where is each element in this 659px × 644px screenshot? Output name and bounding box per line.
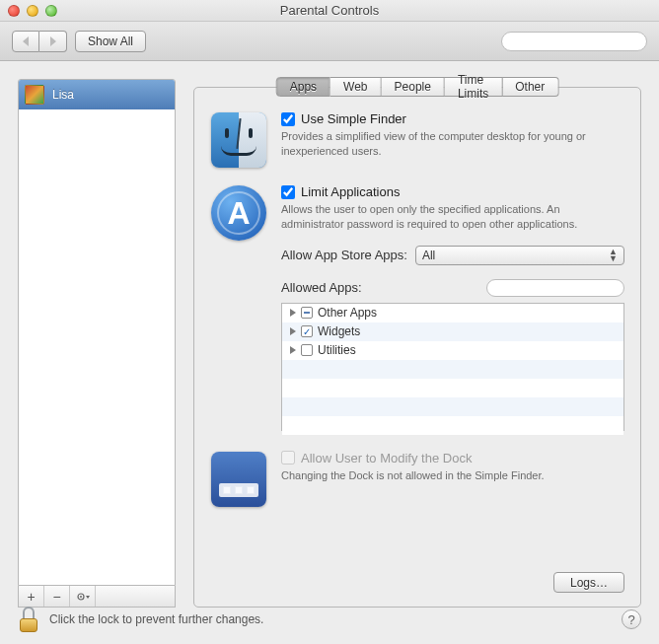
titlebar: Parental Controls (0, 0, 659, 22)
window-controls (8, 5, 57, 17)
pane-box: Use Simple Finder Provides a simplified … (193, 87, 641, 608)
tab-other[interactable]: Other (502, 77, 558, 97)
allowed-apps-header: Allowed Apps: (281, 279, 624, 297)
tree-row-empty (282, 360, 623, 379)
lock-icon[interactable] (18, 607, 39, 632)
toolbar: Show All (0, 22, 659, 61)
limit-apps-section: A Limit Applications Allows the user to … (210, 184, 624, 431)
user-name: Lisa (52, 88, 74, 102)
lock-text: Click the lock to prevent further change… (49, 612, 263, 626)
limit-apps-label: Limit Applications (301, 184, 400, 199)
logs-button[interactable]: Logs… (553, 572, 624, 593)
content-area: Lisa + − Apps Web People Time Limits Oth… (0, 61, 659, 608)
tree-row-empty (282, 379, 623, 397)
tab-apps[interactable]: Apps (276, 77, 330, 97)
finder-icon (210, 111, 267, 169)
user-list[interactable]: Lisa (18, 79, 176, 586)
tab-bar: Apps Web People Time Limits Other (276, 77, 559, 97)
simple-finder-desc: Provides a simplified view of the comput… (281, 129, 624, 159)
tree-row[interactable]: Utilities (282, 341, 623, 360)
forward-button[interactable] (39, 31, 67, 52)
nav-buttons (12, 31, 67, 52)
back-button[interactable] (12, 31, 39, 52)
allow-appstore-label: Allow App Store Apps: (281, 248, 407, 262)
tree-checkbox[interactable] (301, 325, 313, 337)
simple-finder-checkbox[interactable] (281, 112, 295, 126)
avatar (25, 85, 44, 105)
tree-checkbox[interactable] (301, 307, 313, 319)
allowed-apps-label: Allowed Apps: (281, 280, 362, 295)
tree-checkbox[interactable] (301, 344, 313, 356)
tab-time-limits[interactable]: Time Limits (445, 77, 502, 97)
limit-apps-checkbox[interactable] (281, 185, 295, 199)
disclosure-icon[interactable] (290, 309, 296, 317)
tab-people[interactable]: People (382, 77, 445, 97)
tree-row[interactable]: Widgets (282, 322, 623, 341)
logs-button-wrap: Logs… (553, 572, 624, 593)
allowed-apps-search[interactable] (486, 279, 624, 297)
close-window-button[interactable] (8, 5, 20, 17)
dock-checkbox-row: Allow User to Modify the Dock (281, 451, 624, 465)
tree-row[interactable]: Other Apps (282, 304, 623, 322)
disclosure-icon[interactable] (290, 327, 296, 335)
appstore-icon: A (210, 184, 267, 242)
user-sidebar: Lisa + − (18, 79, 176, 608)
user-row[interactable]: Lisa (19, 80, 175, 109)
allow-appstore-row: Allow App Store Apps: All ▲▼ (281, 246, 624, 265)
allow-appstore-select[interactable]: All ▲▼ (415, 246, 624, 265)
toolbar-search[interactable] (501, 32, 647, 51)
dock-label: Allow User to Modify the Dock (301, 451, 472, 465)
allowed-apps-search-input[interactable] (497, 282, 633, 294)
window-title: Parental Controls (0, 3, 659, 18)
dock-section: Allow User to Modify the Dock Changing t… (210, 451, 624, 508)
dock-desc: Changing the Dock is not allowed in the … (281, 468, 624, 483)
disclosure-icon[interactable] (290, 346, 296, 354)
select-arrows-icon: ▲▼ (609, 249, 618, 262)
limit-apps-checkbox-row: Limit Applications (281, 184, 624, 199)
settings-pane: Apps Web People Time Limits Other Use Si… (193, 79, 641, 608)
allow-appstore-value: All (422, 249, 435, 262)
simple-finder-label: Use Simple Finder (301, 111, 406, 126)
zoom-window-button[interactable] (45, 5, 57, 17)
simple-finder-section: Use Simple Finder Provides a simplified … (210, 111, 624, 169)
toolbar-search-input[interactable] (512, 36, 648, 47)
tree-item-label: Utilities (318, 343, 356, 357)
help-button[interactable]: ? (622, 609, 641, 629)
dock-icon (210, 451, 267, 508)
tree-item-label: Other Apps (318, 306, 377, 320)
show-all-button[interactable]: Show All (75, 31, 146, 52)
dock-checkbox (281, 451, 295, 465)
tree-item-label: Widgets (318, 324, 360, 338)
tab-web[interactable]: Web (330, 77, 381, 97)
minimize-window-button[interactable] (27, 5, 38, 17)
tree-row-empty (282, 397, 623, 416)
window-footer: Click the lock to prevent further change… (0, 595, 659, 644)
simple-finder-checkbox-row: Use Simple Finder (281, 111, 624, 126)
tree-row-empty (282, 416, 623, 435)
limit-apps-desc: Allows the user to open only the specifi… (281, 202, 624, 232)
allowed-apps-tree[interactable]: Other Apps Widgets Utilities (281, 303, 624, 431)
